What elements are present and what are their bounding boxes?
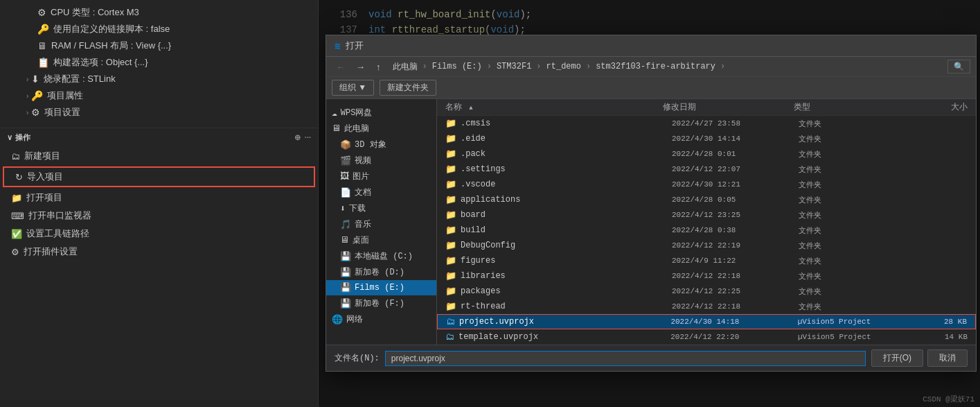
file-row-libraries[interactable]: 📁 libraries 2022/4/12 22:18 文件夹: [437, 268, 976, 284]
dialog-overlay: ≋ 打开 ← → ↑ 此电脑 › Films (E:) › STM32F1 › …: [319, 0, 980, 407]
watermark: CSDN @梁妖71: [923, 394, 974, 404]
file-row-debugconfig[interactable]: 📁 DebugConfig 2022/4/12 22:19 文件夹: [437, 238, 976, 253]
ops-item-toolchain[interactable]: ✅ 设置工具链路径: [0, 225, 318, 243]
serial-icon: ⌨: [11, 211, 24, 221]
file-row-template-uvprojx[interactable]: 🗂 template.uvprojx 2022/4/12 22:20 µVisi…: [437, 329, 976, 345]
filename-input[interactable]: [385, 351, 866, 366]
sidebar-item-ram[interactable]: 🖥 RAM / FLASH 布局 : View {...}: [7, 37, 311, 54]
arrow-icon2: ›: [26, 92, 28, 100]
tree-item-3d[interactable]: 📦 3D 对象: [326, 137, 436, 153]
tree-item-pc[interactable]: 🖥 此电脑: [326, 121, 436, 137]
organize-button[interactable]: 组织 ▼: [332, 80, 374, 96]
col-header-name[interactable]: 名称 ▲: [445, 101, 663, 113]
docs-icon: 📄: [340, 187, 351, 198]
col-header-date[interactable]: 修改日期: [663, 101, 794, 113]
key-icon: 🔑: [37, 24, 49, 35]
folder-icon: 📁: [445, 164, 456, 175]
new-project-icon: 🗂: [11, 151, 20, 162]
desktop-icon: 🖥: [340, 235, 349, 245]
folder-icon: 📁: [445, 286, 456, 297]
tree-item-pictures[interactable]: 🖼 图片: [326, 168, 436, 184]
ops-item-serial[interactable]: ⌨ 打开串口监视器: [0, 207, 318, 225]
tree-item-c[interactable]: 💾 本地磁盘 (C:): [326, 248, 436, 264]
open-button[interactable]: 打开(O): [871, 349, 923, 367]
file-row-settings[interactable]: 📁 .settings 2022/4/12 22:07 文件夹: [437, 162, 976, 177]
file-list-header: 名称 ▲ 修改日期 类型 大小: [437, 99, 976, 116]
tree-item-network[interactable]: 🌐 网络: [326, 311, 436, 327]
folder-icon: 📁: [445, 179, 456, 190]
folder-icon: 📁: [445, 148, 456, 159]
dialog-body: ☁ WPS网盘 🖥 此电脑 📦 3D 对象 🎬 视频: [326, 99, 976, 345]
file-row-figures[interactable]: 📁 figures 2022/4/9 11:22 文件夹: [437, 253, 976, 268]
network-icon: 🌐: [332, 314, 343, 325]
folder-icon: 📁: [445, 270, 456, 282]
path-rtdemo[interactable]: rt_demo: [544, 61, 583, 72]
path-current[interactable]: stm32f103-fire-arbitrary: [594, 61, 718, 72]
sidebar-item-builder[interactable]: 📋 构建器选项 : Object {...}: [7, 54, 311, 71]
tree-item-f[interactable]: 💾 新加卷 (F:): [326, 295, 436, 311]
sidebar-item-cpu[interactable]: ⚙ CPU 类型 : Cortex M3: [7, 4, 311, 21]
tree-item-music[interactable]: 🎵 音乐: [326, 216, 436, 232]
disk-f-icon: 💾: [340, 298, 351, 309]
path-bar: 此电脑 › Films (E:) › STM32F1 › rt_demo › s…: [391, 60, 945, 73]
path-pc[interactable]: 此电脑: [391, 60, 420, 73]
new-folder-button[interactable]: 新建文件夹: [380, 80, 436, 96]
back-button[interactable]: ←: [332, 60, 349, 73]
path-films[interactable]: Films (E:): [430, 61, 484, 72]
tree-item-docs[interactable]: 📄 文档: [326, 184, 436, 200]
ops-header-icons: ⊕ ···: [294, 133, 311, 142]
footer-buttons: 打开(O) 取消: [871, 349, 968, 367]
folder-icon: 📁: [445, 118, 456, 129]
dialog-toolbar: ← → ↑ 此电脑 › Films (E:) › STM32F1 › rt_de…: [326, 57, 976, 77]
open-dialog: ≋ 打开 ← → ↑ 此电脑 › Films (E:) › STM32F1 › …: [326, 35, 977, 372]
tree-item-desktop[interactable]: 🖥 桌面: [326, 232, 436, 248]
tree-item-e[interactable]: 💾 Films (E:): [326, 280, 436, 295]
tree-item-d[interactable]: 💾 新加卷 (D:): [326, 264, 436, 280]
file-row-rtthread[interactable]: 📁 rt-thread 2022/4/12 22:18 文件夹: [437, 299, 976, 314]
key-icon2: 🔑: [31, 90, 43, 101]
tree-item-downloads[interactable]: ⬇ 下载: [326, 200, 436, 216]
vs-logo: ≋: [335, 40, 340, 52]
folder-icon: 📁: [445, 255, 456, 266]
forward-button[interactable]: →: [352, 60, 369, 73]
file-row-board[interactable]: 📁 board 2022/4/12 23:25 文件夹: [437, 207, 976, 223]
folder-icon: 📁: [445, 240, 456, 251]
sidebar-item-linker[interactable]: 🔑 使用自定义的链接脚本 : false: [7, 21, 311, 37]
file-row-cmsis[interactable]: 📁 .cmsis 2022/4/27 23:58 文件夹: [437, 116, 976, 131]
file-row-project-uvprojx[interactable]: 🗂 project.uvprojx 2022/4/30 14:18 µVisio…: [437, 314, 976, 329]
ops-item-plugin[interactable]: ⚙ 打开插件设置: [0, 243, 318, 261]
ops-add-icon[interactable]: ⊕: [294, 133, 301, 142]
sidebar-item-flash[interactable]: › ⬇ 烧录配置 : STLink: [7, 71, 311, 87]
path-stm32[interactable]: STM32F1: [495, 61, 533, 72]
file-row-applications[interactable]: 📁 applications 2022/4/28 0:05 文件夹: [437, 192, 976, 207]
ops-item-open[interactable]: 📁 打开项目: [0, 189, 318, 207]
up-button[interactable]: ↑: [372, 60, 385, 73]
folder-icon: 📁: [445, 225, 456, 236]
ops-item-new[interactable]: 🗂 新建项目: [0, 147, 318, 165]
file-row-vscode[interactable]: 📁 .vscode 2022/4/30 12:21 文件夹: [437, 177, 976, 192]
sidebar: ⚙ CPU 类型 : Cortex M3 🔑 使用自定义的链接脚本 : fals…: [0, 0, 319, 407]
arrow-icon: ›: [26, 76, 28, 83]
folder-icon: 📁: [445, 209, 456, 220]
gear-icon: ⚙: [31, 107, 40, 118]
ops-header[interactable]: ∨ 操作 ⊕ ···: [0, 128, 318, 147]
file-list-panel: 名称 ▲ 修改日期 类型 大小 📁 .cmsis 2022/4/27 23:58…: [437, 99, 976, 345]
file-row-packages[interactable]: 📁 packages 2022/4/12 22:25 文件夹: [437, 284, 976, 299]
file-row-eide[interactable]: 📁 .eide 2022/4/30 14:14 文件夹: [437, 131, 976, 146]
ops-more-icon[interactable]: ···: [305, 133, 311, 142]
search-button[interactable]: 🔍: [947, 60, 970, 73]
sidebar-item-settings[interactable]: › ⚙ 项目设置: [7, 104, 311, 121]
dialog-footer: 文件名(N): 打开(O) 取消: [326, 345, 976, 371]
col-header-size[interactable]: 大小: [902, 101, 968, 113]
tree-item-wps[interactable]: ☁ WPS网盘: [326, 105, 436, 121]
plugin-icon: ⚙: [11, 247, 19, 257]
ops-item-import[interactable]: ↻ 导入项目: [3, 166, 315, 187]
file-row-build[interactable]: 📁 build 2022/4/28 0:38 文件夹: [437, 223, 976, 238]
folder-icon: 📁: [445, 194, 456, 205]
col-header-type[interactable]: 类型: [794, 101, 902, 113]
cancel-button[interactable]: 取消: [927, 349, 968, 367]
sidebar-item-props[interactable]: › 🔑 项目属性: [7, 87, 311, 104]
file-row-pack[interactable]: 📁 .pack 2022/4/28 0:01 文件夹: [437, 146, 976, 162]
tree-item-video[interactable]: 🎬 视频: [326, 153, 436, 168]
clipboard-icon: 📋: [37, 57, 49, 68]
